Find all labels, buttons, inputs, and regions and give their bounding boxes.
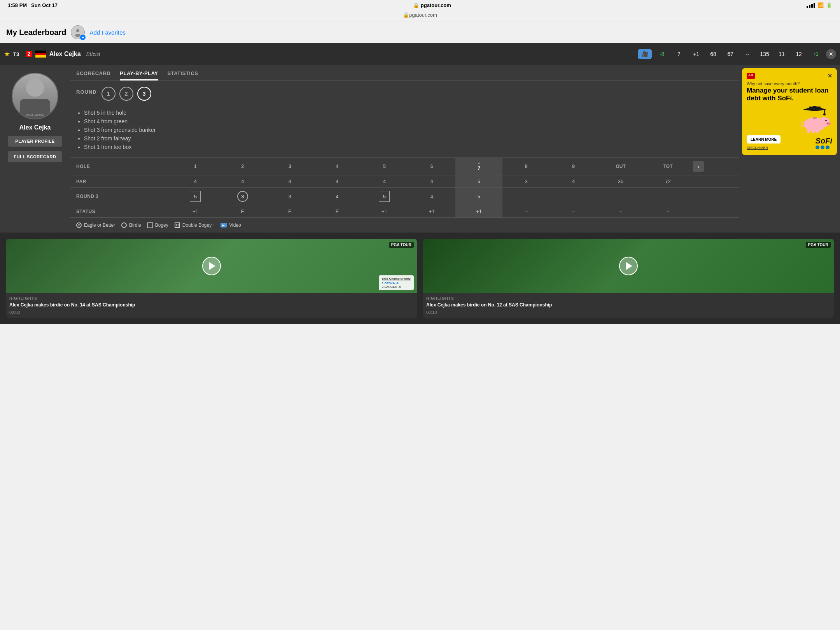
- sponsor-logo: Titleist: [86, 51, 100, 57]
- svg-point-11: [826, 122, 831, 125]
- legend-eagle: Eagle or Better: [76, 222, 115, 228]
- position-badge: T3: [13, 51, 23, 57]
- list-item: Shot 2 from fairway: [84, 134, 733, 143]
- ad-top-row: AD ✕: [747, 73, 832, 79]
- svg-point-12: [827, 123, 828, 124]
- nav-bar: 🔒 pgatour.com: [0, 10, 840, 21]
- video-card-1[interactable]: PGA TOUR SAS Championship 1 CEJKA -8 2 L…: [6, 239, 417, 318]
- video-title-2: Alex Cejka makes birdie on No. 12 at SAS…: [426, 302, 831, 308]
- status-time: 1:58 PM Sun Oct 17: [8, 2, 58, 8]
- player-profile-button[interactable]: PLAYER PROFILE: [8, 136, 62, 147]
- tot-header: TOT: [644, 158, 692, 175]
- video-legend-icon: ▶: [220, 223, 227, 228]
- birdie-icon: [121, 222, 127, 228]
- play-by-play-list: Shot 5 in the hole Shot 4 from green Sho…: [70, 107, 739, 158]
- birdie-score: 3: [237, 191, 248, 202]
- add-icon: +: [80, 35, 86, 40]
- legend-double-bogey: Double Bogey+: [175, 222, 214, 228]
- status-1: +1: [172, 205, 219, 218]
- top-header: My Leaderboard + Add Favorites: [0, 21, 840, 43]
- thru-stat: +1: [689, 51, 703, 57]
- video-cards: PGA TOUR SAS Championship 1 CEJKA -8 2 L…: [6, 239, 834, 318]
- right-panel: SCORECARD PLAY-BY-PLAY STATISTICS ROUND …: [70, 65, 739, 233]
- bogey-icon: [147, 222, 153, 228]
- legend-birdie: Birdie: [121, 222, 141, 228]
- scorecard-section: HOLE 1 2 3 4 5 6 ^ 7: [70, 158, 739, 217]
- tab-scorecard[interactable]: SCORECARD: [76, 65, 110, 80]
- svg-marker-6: [803, 106, 826, 111]
- par-1: 4: [172, 175, 219, 188]
- leaderboard-row: ★ T3 2 Alex Cejka Titleist 🎥 -8 7 +1 68 …: [0, 43, 840, 65]
- double-bogey-icon: [175, 222, 180, 228]
- status-9: --: [550, 205, 597, 218]
- status-out: --: [597, 205, 644, 218]
- svg-rect-18: [816, 130, 819, 133]
- highlights-label-1: HIGHLIGHTS: [9, 296, 414, 301]
- r3-out: --: [597, 188, 644, 205]
- video-card-2[interactable]: PGA TOUR HIGHLIGHTS Alex Cejka makes bir…: [423, 239, 834, 318]
- video-icon-button[interactable]: 🎥: [638, 49, 652, 59]
- r3-hole1: 5: [172, 188, 219, 205]
- star-icon[interactable]: ★: [4, 50, 10, 58]
- wifi-icon: 📶: [817, 2, 824, 8]
- ad-piggy-area: [747, 106, 832, 133]
- round-2-button[interactable]: 2: [119, 87, 133, 101]
- birdie-label: Birdie: [129, 222, 141, 228]
- par-7: 5: [455, 175, 503, 188]
- r3-dash-stat: --: [740, 51, 754, 57]
- avatar-add-container[interactable]: +: [71, 25, 85, 39]
- ad-learn-more-button[interactable]: LEARN MORE: [747, 135, 780, 144]
- r2-stat: 67: [723, 51, 737, 57]
- video-thumb-1: PGA TOUR SAS Championship 1 CEJKA -8 2 L…: [6, 239, 417, 293]
- status-6: +1: [408, 205, 455, 218]
- player-name-left: Alex Cejka: [19, 124, 51, 131]
- list-item: Shot 4 from green: [84, 117, 733, 126]
- strokes-badge: 2: [26, 51, 32, 57]
- legend: Eagle or Better Birdie Bogey Double Boge…: [70, 217, 739, 233]
- close-button[interactable]: ✕: [826, 49, 836, 59]
- next-holes-button[interactable]: ›: [693, 161, 704, 172]
- ad-close-button[interactable]: ✕: [828, 73, 832, 79]
- ad-disclaimer[interactable]: DISCLAIMER: [747, 146, 768, 150]
- svg-point-0: [76, 29, 79, 32]
- sofi-dot-1: [816, 145, 819, 149]
- ad-box: AD ✕ Why not save every month? Manage yo…: [742, 68, 837, 155]
- r3-hole8: --: [502, 188, 550, 205]
- hole-4-header: 4: [313, 158, 361, 175]
- video-info-1: HIGHLIGHTS Alex Cejka makes birdie on No…: [6, 293, 417, 318]
- tab-statistics[interactable]: STATISTICS: [168, 65, 198, 80]
- r3-hole3: 3: [266, 188, 314, 205]
- ad-left-buttons: LEARN MORE DISCLAIMER: [747, 135, 780, 150]
- round-3-button[interactable]: 3: [137, 87, 151, 101]
- svg-point-1: [75, 34, 80, 37]
- round-score-stat: 12: [792, 51, 806, 57]
- r1-stat: 68: [706, 51, 720, 57]
- status-url: 🔒 pgatour.com: [413, 2, 451, 8]
- tab-play-by-play[interactable]: PLAY-BY-PLAY: [120, 65, 158, 80]
- eagle-icon: [76, 222, 82, 228]
- round-1-button[interactable]: 1: [102, 87, 116, 101]
- play-triangle-icon-1: [209, 262, 215, 270]
- leaderboard-overlay: SAS Championship 1 CEJKA -8 2 LANGER -6: [379, 275, 414, 290]
- round3-label: ROUND 3: [70, 188, 172, 205]
- ad-badge: AD: [747, 73, 755, 79]
- play-button-1[interactable]: [202, 257, 221, 275]
- add-favorites-button[interactable]: Add Favorites: [89, 29, 126, 36]
- status-5: +1: [361, 205, 408, 218]
- video-duration-1: 00:00: [9, 310, 414, 315]
- ad-headline: Manage your student loan debt with SoFi.: [747, 87, 832, 103]
- lock-icon: 🔒: [403, 12, 409, 18]
- video-label: Video: [229, 222, 241, 228]
- list-item: Shot 3 from greenside bunker: [84, 126, 733, 134]
- hole-2-header: 2: [219, 158, 266, 175]
- status-empty: [691, 205, 739, 218]
- arrow-header[interactable]: ›: [691, 158, 739, 175]
- svg-rect-17: [812, 130, 815, 133]
- eagle-label: Eagle or Better: [84, 222, 115, 228]
- status-7: +1: [455, 205, 503, 218]
- sofi-logo: SoFi: [816, 136, 832, 145]
- full-scorecard-button[interactable]: FULL SCORECARD: [8, 151, 62, 162]
- par-tot: 72: [644, 175, 692, 188]
- play-button-2[interactable]: [619, 257, 638, 275]
- video-title-1: Alex Cejka makes birdie on No. 14 at SAS…: [9, 302, 414, 308]
